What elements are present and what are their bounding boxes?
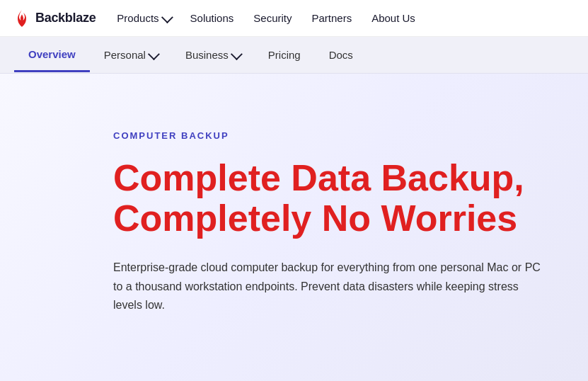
nav-link-solutions[interactable]: Solutions <box>190 12 234 24</box>
business-chevron-icon <box>231 48 243 60</box>
secondary-nav-personal[interactable]: Personal <box>90 39 171 71</box>
nav-link-security[interactable]: Security <box>253 12 292 24</box>
secondary-nav-docs[interactable]: Docs <box>315 39 367 71</box>
personal-chevron-icon <box>148 48 160 60</box>
top-nav-links: Products Solutions Security Partners Abo… <box>117 12 415 24</box>
top-navigation: Backblaze Products Solutions Security Pa… <box>0 0 588 37</box>
logo-link[interactable]: Backblaze <box>14 8 96 28</box>
nav-link-about-us[interactable]: About Us <box>371 12 415 24</box>
secondary-nav-links: Overview Personal Business Pricing Docs <box>14 38 367 72</box>
logo-text: Backblaze <box>35 11 96 25</box>
secondary-nav-overview[interactable]: Overview <box>14 38 90 72</box>
section-label: COMPUTER BACKUP <box>113 130 546 141</box>
secondary-navigation: Overview Personal Business Pricing Docs <box>0 37 588 74</box>
nav-link-products[interactable]: Products <box>117 12 170 24</box>
hero-title: Complete Data Backup, Completely No Worr… <box>113 158 546 239</box>
secondary-nav-business[interactable]: Business <box>171 39 254 71</box>
secondary-nav-pricing[interactable]: Pricing <box>254 39 315 71</box>
backblaze-flame-icon <box>14 8 30 28</box>
products-chevron-icon <box>161 11 173 23</box>
hero-description: Enterprise-grade cloud computer backup f… <box>113 258 546 314</box>
nav-link-partners[interactable]: Partners <box>311 12 352 24</box>
hero-section: COMPUTER BACKUP Complete Data Backup, Co… <box>0 74 588 381</box>
